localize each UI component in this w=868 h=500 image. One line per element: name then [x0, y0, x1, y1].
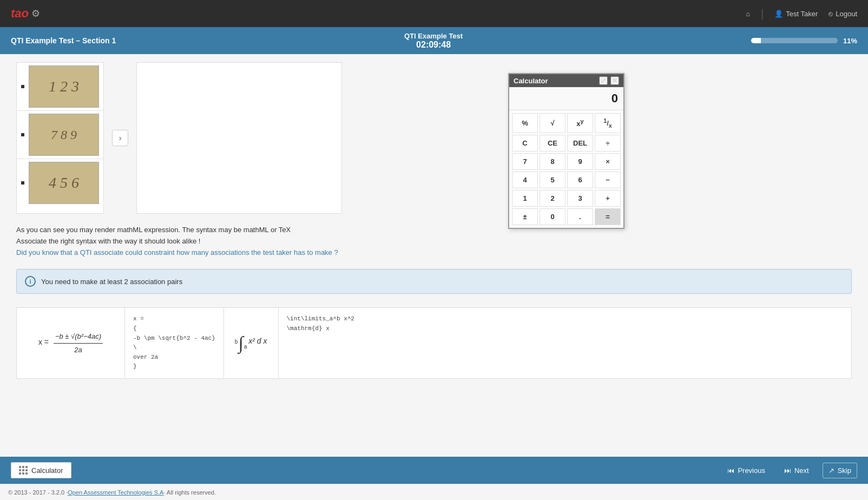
navigation-buttons: ⏮ Previous ⏭ Next ↗ Skip [722, 463, 857, 478]
calculator-display: 0 [509, 87, 623, 110]
calculator-widget: Calculator ⤢ ✕ 0 % √ xy 1/x C CE DEL ÷ 7… [508, 73, 624, 229]
calc-inverse-button[interactable]: 1/x [595, 113, 621, 133]
logo: tao ⚙ [11, 6, 40, 21]
text-line-2: Associate the right syntax with the way … [16, 236, 852, 247]
formula-cell-tex1: x = { -b \pm \sqrt{b^2 - 4ac} \ over 2a … [125, 308, 224, 378]
text-section: As you can see you may render mathML exp… [16, 225, 852, 258]
home-icon: ⌂ [746, 10, 750, 18]
top-nav-right: ⌂ | 👤 Test Taker ⎋ Logout [746, 8, 857, 20]
image-list: 1 2 3 7 8 9 4 5 6 [16, 62, 104, 214]
info-box: i You need to make at least 2 associatio… [16, 269, 852, 294]
test-taker-link[interactable]: 👤 Test Taker [774, 10, 818, 18]
progress-bar-container [751, 38, 838, 43]
nav-divider: | [761, 8, 764, 20]
skip-label: Skip [838, 466, 851, 475]
list-item: 7 8 9 [17, 111, 103, 159]
calc-sqrt-button[interactable]: √ [540, 113, 565, 133]
company-link[interactable]: Open Assessment Technologies S.A [68, 489, 163, 496]
bullet-icon [21, 85, 24, 88]
calculator-btn-label: Calculator [31, 466, 63, 475]
home-button[interactable]: ⌂ [746, 10, 750, 18]
section-title: QTI Example Test – Section 1 [11, 36, 116, 45]
sand-image-789: 7 8 9 [29, 114, 99, 156]
calculator-expand-button[interactable]: ⤢ [599, 76, 608, 85]
header-bar: QTI Example Test – Section 1 QTI Example… [0, 27, 868, 54]
progress-bar-fill [751, 38, 761, 43]
calculator-toolbar-button[interactable]: Calculator [11, 462, 71, 478]
drop-target-area[interactable] [136, 62, 342, 214]
timer-display: 02:09:48 [404, 40, 463, 50]
logo-text: tao [11, 6, 29, 21]
calc-del-button[interactable]: DEL [567, 135, 593, 152]
calc-power-button[interactable]: xy [567, 113, 593, 133]
calc-subtract-button[interactable]: − [595, 172, 621, 188]
tex-code-2: \int\limits_a^b x^2 \mathrm{d} x [287, 314, 354, 333]
text-line-1: As you can see you may render mathML exp… [16, 225, 852, 236]
calc-divide-button[interactable]: ÷ [595, 135, 621, 152]
formula-cell-math: x = −b ± √(b²−4ac) 2a [17, 308, 125, 378]
next-label: Next [794, 466, 809, 475]
bullet-icon [21, 181, 24, 185]
next-icon: ⏭ [784, 466, 791, 475]
previous-icon: ⏮ [727, 466, 734, 475]
logout-button[interactable]: ⎋ Logout [828, 10, 857, 18]
calc-plusminus-button[interactable]: ± [512, 208, 538, 225]
formula-cell-tex2: \int\limits_a^b x^2 \mathrm{d} x [279, 308, 365, 378]
calculator-title-bar: Calculator ⤢ ✕ [509, 74, 623, 87]
calculator-close-button[interactable]: ✕ [610, 76, 619, 85]
calc-title-controls: ⤢ ✕ [599, 76, 619, 85]
next-button[interactable]: ⏭ Next [779, 463, 814, 478]
list-item: 4 5 6 [17, 159, 103, 207]
logout-label: Logout [836, 10, 857, 18]
footer-suffix: · All rights reserved. [163, 489, 216, 496]
top-navigation: tao ⚙ ⌂ | 👤 Test Taker ⎋ Logout [0, 0, 868, 27]
image-matching-section: 1 2 3 7 8 9 4 5 6 › [16, 62, 852, 214]
calc-decimal-button[interactable]: . [567, 208, 593, 225]
skip-button[interactable]: ↗ Skip [823, 463, 857, 478]
skip-icon: ↗ [828, 466, 834, 475]
main-content: 1 2 3 7 8 9 4 5 6 › As you can see you m… [0, 54, 868, 457]
calc-3-button[interactable]: 3 [567, 190, 593, 207]
calculator-buttons: % √ xy 1/x C CE DEL ÷ 7 8 9 × 4 5 6 − 1 … [509, 110, 623, 228]
calculator-title: Calculator [514, 77, 548, 85]
user-icon: 👤 [774, 10, 783, 18]
test-info: QTI Example Test 02:09:48 [404, 32, 463, 50]
calc-0-button[interactable]: 0 [540, 208, 565, 225]
copyright-text: © 2013 - 2017 - 3.2.0 · [8, 489, 68, 496]
info-icon: i [25, 276, 36, 287]
progress-percent: 11% [843, 37, 857, 45]
calc-percent-button[interactable]: % [512, 113, 538, 133]
formula-section: x = −b ± √(b²−4ac) 2a x = { -b \pm \sqrt… [16, 307, 852, 379]
info-message: You need to make at least 2 association … [41, 278, 182, 286]
formula-cell-integral: b ∫ a x² d x [224, 308, 279, 378]
calc-7-button[interactable]: 7 [512, 153, 538, 170]
previous-button[interactable]: ⏮ Previous [722, 463, 771, 478]
sand-image-123: 1 2 3 [29, 65, 99, 108]
footer: © 2013 - 2017 - 3.2.0 · Open Assessment … [0, 484, 868, 500]
progress-area: 11% [751, 37, 857, 45]
calc-equals-button[interactable]: = [595, 208, 621, 225]
calc-9-button[interactable]: 9 [567, 153, 593, 170]
calc-4-button[interactable]: 4 [512, 172, 538, 188]
test-taker-label: Test Taker [786, 10, 818, 18]
calc-ce-button[interactable]: CE [540, 135, 565, 152]
text-line-3: Did you know that a QTI associate could … [16, 247, 852, 259]
calc-add-button[interactable]: + [595, 190, 621, 207]
previous-label: Previous [738, 466, 765, 475]
calc-6-button[interactable]: 6 [567, 172, 593, 188]
test-name: QTI Example Test [404, 32, 463, 40]
bullet-icon [21, 133, 24, 136]
calculator-grid-icon [19, 466, 28, 475]
integral-display: b ∫ a x² d x [235, 334, 267, 352]
calc-1-button[interactable]: 1 [512, 190, 538, 207]
calc-5-button[interactable]: 5 [540, 172, 565, 188]
calc-clear-button[interactable]: C [512, 135, 538, 152]
calc-multiply-button[interactable]: × [595, 153, 621, 170]
calc-8-button[interactable]: 8 [540, 153, 565, 170]
expand-arrow-button[interactable]: › [112, 130, 128, 146]
quadratic-formula: x = −b ± √(b²−4ac) 2a [38, 330, 103, 356]
logout-icon: ⎋ [828, 10, 833, 18]
bottom-toolbar: Calculator ⏮ Previous ⏭ Next ↗ Skip [0, 457, 868, 484]
calc-2-button[interactable]: 2 [540, 190, 565, 207]
tex-code-1: x = { -b \pm \sqrt{b^2 - 4ac} \ over 2a … [133, 314, 215, 372]
